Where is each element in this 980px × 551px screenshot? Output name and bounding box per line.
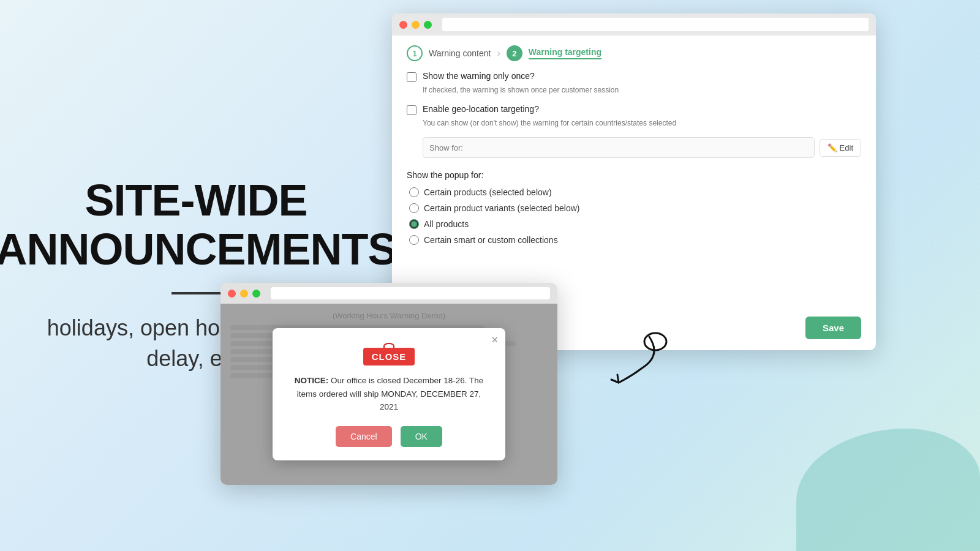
save-button[interactable]: Save bbox=[805, 317, 861, 339]
dot-yellow[interactable] bbox=[412, 21, 420, 29]
modal-overlay: × CLOSE NOTICE: Our office is closed Dec… bbox=[221, 304, 557, 485]
notice-prefix: NOTICE: bbox=[295, 376, 329, 385]
geo-checkbox[interactable] bbox=[407, 105, 417, 115]
radio-certain-variants-label[interactable]: Certain product variants (selected below… bbox=[424, 203, 579, 213]
geo-desc: You can show (or don't show) the warning… bbox=[423, 119, 861, 127]
radio-certain-products: Certain products (selected below) bbox=[409, 187, 861, 197]
step2-circle[interactable]: 2 bbox=[507, 45, 522, 61]
cancel-button[interactable]: Cancel bbox=[336, 426, 392, 447]
show-once-desc: If checked, the warning is shown once pe… bbox=[423, 86, 861, 94]
title-divider bbox=[172, 292, 221, 294]
dot-red[interactable] bbox=[399, 21, 407, 29]
step-chevron: › bbox=[497, 48, 500, 59]
arrow-annotation bbox=[588, 331, 668, 392]
radio-collections-input[interactable] bbox=[409, 235, 419, 245]
modal-notice: NOTICE: Our office is closed December 18… bbox=[290, 374, 488, 414]
radio-collections-label[interactable]: Certain smart or custom collections bbox=[424, 235, 558, 245]
geo-input-row: ✏️ Edit bbox=[423, 137, 861, 158]
bottom-dot-red[interactable] bbox=[228, 290, 236, 298]
address-bar-bottom[interactable] bbox=[271, 287, 550, 299]
bottom-dot-green[interactable] bbox=[252, 290, 260, 298]
bottom-browser-body: (Working Hours Warning Demo) × CLOSE bbox=[221, 304, 557, 485]
radio-certain-products-label[interactable]: Certain products (selected below) bbox=[424, 187, 552, 197]
bottom-dot-yellow[interactable] bbox=[240, 290, 248, 298]
show-once-checkbox[interactable] bbox=[407, 72, 417, 82]
step1-circle[interactable]: 1 bbox=[407, 45, 423, 61]
radio-all-products: All products bbox=[409, 219, 861, 229]
browser-titlebar-bottom bbox=[221, 283, 557, 304]
browser-window-bottom: (Working Hours Warning Demo) × CLOSE bbox=[221, 283, 557, 485]
browser-titlebar-top bbox=[392, 13, 876, 36]
geo-row: Enable geo-location targeting? bbox=[407, 104, 861, 115]
step1-label[interactable]: Warning content bbox=[429, 48, 491, 58]
step2-label[interactable]: Warning targeting bbox=[529, 47, 601, 59]
modal-close-button[interactable]: × bbox=[491, 334, 498, 345]
edit-button[interactable]: ✏️ Edit bbox=[820, 139, 861, 157]
radio-collections: Certain smart or custom collections bbox=[409, 235, 861, 245]
modal-buttons: Cancel OK bbox=[290, 426, 488, 447]
decorative-blob bbox=[796, 429, 980, 551]
main-title: SITE-WIDE ANNOUNCEMENTS bbox=[0, 176, 397, 273]
radio-group: Certain products (selected below) Certai… bbox=[407, 187, 861, 245]
geo-label[interactable]: Enable geo-location targeting? bbox=[423, 104, 539, 114]
radio-all-products-input[interactable] bbox=[409, 219, 419, 229]
dot-green[interactable] bbox=[424, 21, 432, 29]
radio-certain-products-input[interactable] bbox=[409, 187, 419, 197]
svg-point-0 bbox=[644, 333, 666, 350]
show-once-row: Show the warning only once? bbox=[407, 71, 861, 82]
close-sign: CLOSE bbox=[363, 348, 415, 365]
browser-content: Show the warning only once? If checked, … bbox=[392, 61, 876, 255]
popup-section-label: Show the popup for: bbox=[407, 170, 861, 180]
radio-all-products-label[interactable]: All products bbox=[424, 219, 469, 229]
address-bar-top[interactable] bbox=[442, 18, 869, 31]
show-for-input[interactable] bbox=[423, 137, 815, 158]
step-navigation: 1 Warning content › 2 Warning targeting bbox=[392, 36, 876, 61]
modal-dialog: × CLOSE NOTICE: Our office is closed Dec… bbox=[273, 328, 505, 460]
radio-certain-variants-input[interactable] bbox=[409, 203, 419, 213]
edit-icon: ✏️ bbox=[827, 143, 837, 152]
show-once-label[interactable]: Show the warning only once? bbox=[423, 71, 535, 81]
ok-button[interactable]: OK bbox=[401, 426, 442, 447]
modal-icon: CLOSE bbox=[290, 343, 488, 365]
radio-certain-variants: Certain product variants (selected below… bbox=[409, 203, 861, 213]
